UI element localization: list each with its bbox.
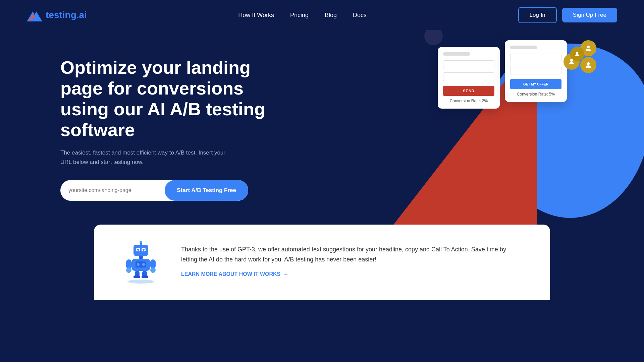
card-a: SEND Conversion Rate: 2% (438, 47, 500, 109)
svg-rect-6 (133, 245, 148, 256)
robot-base-shadow (127, 280, 154, 284)
svg-point-21 (150, 267, 156, 273)
svg-point-17 (142, 263, 145, 266)
hero-visual: SEND Conversion Rate: 2% GET MY OFFER Co… (342, 30, 644, 225)
card-b-field-2 (510, 66, 561, 74)
nav-link-docs[interactable]: Docs (353, 12, 367, 19)
card-b-conversion-rate: Conversion Rate: 5% (510, 92, 561, 97)
logo-icon (27, 9, 42, 21)
svg-marker-0 (27, 11, 42, 21)
svg-point-9 (137, 249, 139, 251)
card-b-label-bar (510, 46, 537, 49)
learn-more-link[interactable]: LEARN MORE ABOUT HOW IT WORKS → (181, 271, 523, 277)
robot-icon-wrap (121, 241, 161, 284)
robot-icon (124, 241, 158, 278)
card-a-send-button[interactable]: SEND (443, 86, 494, 96)
login-button[interactable]: Log In (518, 7, 557, 23)
hero-subtitle: The easiest, fastest and most efficient … (60, 148, 228, 166)
card-a-field-1 (443, 60, 494, 69)
url-input[interactable] (60, 187, 165, 193)
svg-point-10 (143, 249, 145, 251)
hero-title: Optimize your landing page for conversio… (60, 57, 275, 140)
lower-section: Thanks to the use of GPT-3, we offer aut… (94, 225, 550, 300)
lower-body-text: Thanks to the use of GPT-3, we offer aut… (181, 245, 523, 264)
nav-link-blog[interactable]: Blog (325, 12, 337, 19)
svg-point-4 (587, 62, 590, 65)
nav-links: How It Works Pricing Blog Docs (238, 12, 367, 19)
user-avatar-3 (580, 57, 596, 73)
hero-content: Optimize your landing page for conversio… (60, 50, 275, 201)
card-b-offer-button[interactable]: GET MY OFFER (510, 79, 561, 89)
card-a-label-bar (443, 52, 470, 56)
start-testing-button[interactable]: Start A/B Testing Free (165, 180, 248, 201)
navbar: testing.ai How It Works Pricing Blog Doc… (0, 0, 644, 30)
nav-link-how-it-works[interactable]: How It Works (238, 12, 274, 19)
user-avatar-4 (570, 47, 584, 61)
svg-rect-25 (142, 276, 148, 278)
card-b-field-1 (510, 54, 561, 62)
svg-point-16 (137, 263, 140, 266)
svg-rect-13 (139, 256, 143, 259)
nav-link-pricing[interactable]: Pricing (290, 12, 309, 19)
lower-text-content: Thanks to the use of GPT-3, we offer aut… (181, 241, 523, 277)
learn-more-arrow-icon: → (283, 271, 288, 277)
hero-section: Optimize your landing page for conversio… (0, 30, 644, 225)
logo[interactable]: testing.ai (27, 9, 87, 21)
logo-text: testing.ai (46, 10, 87, 20)
svg-point-5 (576, 52, 579, 54)
user-cluster (560, 40, 600, 80)
hero-input-row: Start A/B Testing Free (60, 180, 248, 201)
dark-bubble-decoration (424, 30, 443, 45)
card-b: GET MY OFFER Conversion Rate: 5% (505, 40, 567, 102)
signup-button[interactable]: Sign Up Free (562, 8, 617, 22)
card-a-field-2 (443, 72, 494, 81)
svg-rect-19 (150, 259, 156, 269)
card-a-conversion-rate: Conversion Rate: 2% (443, 99, 494, 103)
nav-actions: Log In Sign Up Free (518, 7, 617, 23)
svg-rect-18 (126, 259, 131, 269)
svg-point-2 (587, 46, 590, 48)
learn-more-label: LEARN MORE ABOUT HOW IT WORKS (181, 271, 280, 277)
svg-rect-24 (133, 276, 140, 278)
svg-point-20 (126, 267, 131, 273)
